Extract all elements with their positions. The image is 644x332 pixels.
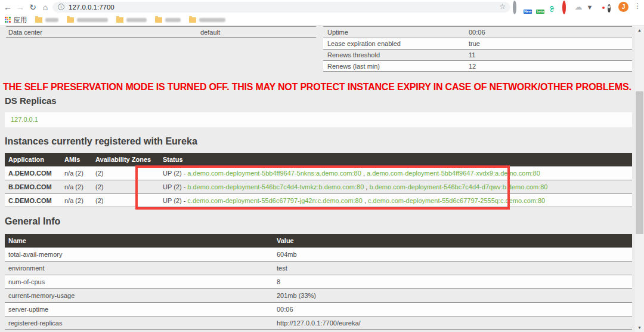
instance-status: UP (2) - a.demo.com-deployment-5bb4ff964… xyxy=(163,170,632,177)
instance-amis: n/a (2) xyxy=(64,183,95,190)
bookmark-folder-item[interactable] xyxy=(189,17,225,23)
instance-link[interactable]: b.demo.com-deployment-546bc7c4d4-d7qwv:b… xyxy=(369,183,547,190)
column-header-application: Application xyxy=(5,156,64,163)
ds-replicas-heading: DS Replicas xyxy=(5,96,57,106)
info-name: num-of-cpus xyxy=(5,278,277,285)
system-status-left-table: Data centerdefault xyxy=(6,26,316,38)
url-bar[interactable]: i 127.0.0.1:7700 ☆ xyxy=(52,2,510,13)
column-header-value: Value xyxy=(277,237,632,244)
table-row: Renews threshold11 xyxy=(323,49,632,60)
forward-icon[interactable]: → xyxy=(15,1,26,13)
general-info-row: current-memory-usage201mb (33%) xyxy=(5,288,632,302)
instance-link[interactable]: a.demo.com-deployment-5bb4ff9647-xvdx9:a… xyxy=(367,170,540,177)
page-info-icon[interactable]: i xyxy=(58,4,64,10)
extension-icon-v[interactable]: ▼ xyxy=(585,2,595,12)
info-name: server-uptime xyxy=(5,306,277,313)
info-value: 201mb (33%) xyxy=(277,292,632,299)
general-info-row: num-of-cpus8 xyxy=(5,275,632,288)
browser-toolbar: ← → ↻ ⌂ i 127.0.0.1:7700 ☆ New beta G ☁ … xyxy=(0,0,644,14)
extension-icon-dark-red-dot[interactable] xyxy=(596,2,606,12)
instances-table-header: Application AMIs Availability Zones Stat… xyxy=(5,153,632,166)
instance-status: UP (2) - b.demo.com-deployment-546bc7c4d… xyxy=(163,183,632,190)
column-header-amis: AMIs xyxy=(64,156,95,163)
ds-replicas-box: 127.0.0.1 xyxy=(5,112,632,127)
bookmarks-bar: 应用 xyxy=(0,14,644,26)
instance-row: C.DEMO.COMn/a (2)(2)UP (2) - c.demo.com-… xyxy=(5,193,632,207)
column-header-zones: Availability Zones xyxy=(95,156,163,163)
info-value: 8 xyxy=(277,278,632,285)
apps-label[interactable]: 应用 xyxy=(14,16,27,24)
extension-icon-grammarly[interactable]: G xyxy=(550,2,559,12)
back-icon[interactable]: ← xyxy=(2,1,13,13)
new-badge: New xyxy=(524,10,532,14)
folder-icon xyxy=(116,17,123,23)
info-name: current-memory-usage xyxy=(5,292,277,299)
extension-icon-cloud[interactable]: ☁ xyxy=(574,2,583,12)
apps-grid-icon[interactable] xyxy=(5,17,11,23)
extension-icon-ring[interactable] xyxy=(513,2,522,12)
extension-icon-red-ring[interactable] xyxy=(562,2,572,12)
extension-icon-new[interactable]: New xyxy=(525,2,534,12)
row-label: Renews threshold xyxy=(323,51,469,59)
info-name: total-avail-memory xyxy=(5,251,277,258)
folder-icon xyxy=(155,17,162,23)
row-value: 00:06 xyxy=(469,29,485,36)
instance-application: A.DEMO.COM xyxy=(5,170,64,177)
column-header-name: Name xyxy=(5,237,277,244)
instance-link[interactable]: a.demo.com-deployment-5bb4ff9647-5nkns:a… xyxy=(187,170,361,177)
instance-row: B.DEMO.COMn/a (2)(2)UP (2) - b.demo.com-… xyxy=(5,180,632,193)
general-info-table: Name Value total-avail-memory604mbenviro… xyxy=(5,234,632,330)
scroll-down-icon[interactable]: ▼ xyxy=(635,324,644,332)
instance-zones: (2) xyxy=(95,197,163,204)
self-preservation-warning: THE SELF PRESERVATION MODE IS TURNED OFF… xyxy=(3,82,634,93)
instance-zones: (2) xyxy=(95,170,163,177)
instance-amis: n/a (2) xyxy=(64,170,95,177)
eureka-page: Data centerdefault Uptime00:06Lease expi… xyxy=(0,26,635,332)
info-value: 00:06 xyxy=(277,306,632,313)
scroll-up-icon[interactable]: ▲ xyxy=(635,26,644,35)
extension-icon-beta[interactable]: beta xyxy=(537,2,547,12)
bookmark-folder-item[interactable] xyxy=(67,17,108,23)
reload-icon[interactable]: ↻ xyxy=(27,1,38,13)
row-label: Data center xyxy=(6,29,200,36)
replica-link[interactable]: 127.0.0.1 xyxy=(11,116,38,123)
row-value: default xyxy=(200,29,220,36)
folder-icon xyxy=(189,17,196,23)
row-value: true xyxy=(469,40,480,47)
bookmark-star-icon[interactable]: ☆ xyxy=(499,2,506,11)
info-value: test xyxy=(277,265,632,272)
bookmark-folder-item[interactable] xyxy=(116,17,147,23)
beta-badge: beta xyxy=(536,10,544,14)
bookmark-folder-item[interactable] xyxy=(35,17,58,23)
url-text[interactable]: 127.0.0.1:7700 xyxy=(69,3,114,11)
instances-heading: Instances currently registered with Eure… xyxy=(5,136,197,147)
row-label: Uptime xyxy=(323,29,469,36)
kebab-menu-icon[interactable]: ⋮ xyxy=(634,2,641,10)
instance-application: C.DEMO.COM xyxy=(5,197,64,204)
instance-link[interactable]: b.demo.com-deployment-546bc7c4d4-tvmkz:b… xyxy=(187,183,364,190)
general-info-row: total-avail-memory604mb xyxy=(5,247,632,261)
instance-link[interactable]: c.demo.com-deployment-55d6c67797-2555q:c… xyxy=(368,197,545,204)
profile-avatar[interactable]: J xyxy=(618,2,628,12)
info-name: registered-replicas xyxy=(5,319,277,327)
info-value: http://127.0.0.1:7700/eureka/ xyxy=(277,319,632,327)
general-info-row: server-uptime00:06 xyxy=(5,302,632,316)
scrollbar-thumb[interactable] xyxy=(636,91,643,234)
table-row: Uptime00:06 xyxy=(323,26,632,38)
instance-application: B.DEMO.COM xyxy=(5,183,64,190)
vertical-scrollbar[interactable]: ▲ ▼ xyxy=(635,26,644,332)
bookmark-folder-item[interactable] xyxy=(155,17,181,23)
general-info-heading: General Info xyxy=(5,216,60,227)
home-icon[interactable]: ⌂ xyxy=(40,1,51,13)
table-row: Renews (last min)12 xyxy=(323,60,632,72)
instance-link[interactable]: c.demo.com-deployment-55d6c67797-jg42n:c… xyxy=(187,197,363,204)
row-value: 12 xyxy=(469,63,476,70)
row-value: 11 xyxy=(469,51,475,59)
instance-status: UP (2) - c.demo.com-deployment-55d6c6779… xyxy=(163,197,632,204)
extension-icon-pinwheel[interactable]: * xyxy=(608,2,617,12)
general-info-row: registered-replicashttp://127.0.0.1:7700… xyxy=(5,316,632,330)
folder-icon xyxy=(67,17,74,23)
instances-table: Application AMIs Availability Zones Stat… xyxy=(5,153,632,207)
folder-icon xyxy=(35,17,42,23)
system-status-right-table: Uptime00:06Lease expiration enabledtrueR… xyxy=(323,26,632,72)
